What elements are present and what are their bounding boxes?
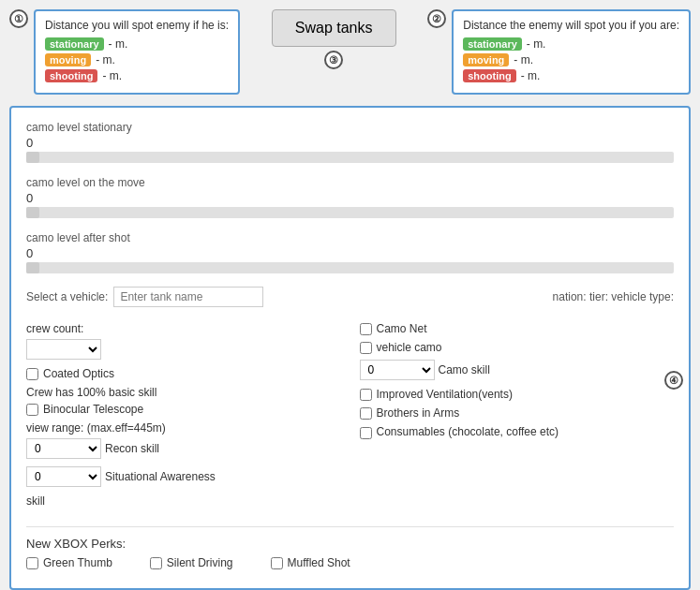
camo-shot-label: camo level after shot [26, 231, 674, 244]
recon-row: 0 Recon skill [26, 438, 332, 459]
swap-button[interactable]: Swap tanks [272, 9, 396, 47]
improved-vent-row: Improved Ventilation(vents) [360, 388, 675, 401]
left-box-title: Distance you will spot enemy if he is: [45, 19, 229, 32]
situational-label: Situational Awareness [105, 470, 216, 483]
binocular-row: Binocular Telescope [26, 403, 332, 416]
vehicle-camo-row: vehicle camo [360, 341, 675, 354]
view-range-label: view range: (max.eff=445m) [26, 421, 332, 435]
green-thumb-checkbox[interactable] [26, 557, 38, 569]
moving-tag-right: moving [463, 53, 509, 66]
stationary-tag-right: stationary [463, 37, 522, 51]
shooting-value-right: - m. [521, 69, 541, 82]
green-thumb-label: Green Thumb [43, 556, 112, 569]
right-box-title: Distance the enemy will spot you if you … [463, 19, 679, 32]
moving-value-right: - m. [514, 53, 533, 66]
green-thumb-row: Green Thumb [26, 556, 112, 569]
silent-driving-label: Silent Driving [167, 556, 233, 569]
silent-driving-checkbox[interactable] [150, 557, 162, 569]
nation-text: nation: tier: vehicle type: [553, 290, 674, 303]
camo-stationary-value: 0 [26, 136, 674, 150]
circle-4-label: ④ [664, 371, 683, 390]
skill-label: skill [26, 494, 332, 508]
vehicle-input[interactable] [113, 287, 263, 307]
equipment-grid: crew count: option1 option2 Coated Optic… [26, 322, 674, 511]
right-moving-row: moving - m. [463, 53, 679, 66]
camo-net-checkbox[interactable] [360, 323, 372, 335]
camo-stationary-section: camo level stationary 0 [26, 121, 674, 163]
silent-driving-row: Silent Driving [150, 556, 233, 569]
camo-stationary-bar [26, 152, 674, 163]
camo-skill-select[interactable]: 0 [360, 360, 435, 380]
swap-area: Swap tanks ③ [246, 9, 422, 69]
main-panel: camo level stationary 0 camo level on th… [9, 106, 691, 590]
binocular-label: Binocular Telescope [43, 403, 143, 416]
coated-optics-label: Coated Optics [43, 367, 114, 380]
muffled-shot-label: Muffled Shot [288, 556, 350, 569]
moving-tag-left: moving [45, 53, 91, 66]
left-shooting-row: shooting - m. [45, 69, 229, 82]
brothers-label: Brothers in Arms [377, 406, 460, 420]
right-shooting-row: shooting - m. [463, 69, 679, 82]
camo-stationary-label: camo level stationary [26, 121, 674, 134]
camo-skill-row: 0 Camo skill [360, 360, 675, 380]
moving-value-left: - m. [96, 53, 115, 66]
binocular-checkbox[interactable] [26, 404, 38, 416]
vehicle-camo-label: vehicle camo [377, 341, 442, 354]
camo-stationary-fill [26, 152, 39, 163]
camo-net-label: Camo Net [377, 322, 427, 335]
muffled-shot-checkbox[interactable] [271, 557, 283, 569]
right-stationary-row: stationary - m. [463, 37, 679, 51]
camo-move-value: 0 [26, 191, 674, 205]
camo-shot-value: 0 [26, 246, 674, 260]
camo-shot-fill [26, 262, 39, 273]
camo-move-fill [26, 207, 39, 218]
vehicle-row-left: Select a vehicle: [26, 287, 263, 307]
vehicle-label: Select a vehicle: [26, 290, 108, 303]
brothers-checkbox[interactable] [360, 407, 372, 420]
muffled-shot-row: Muffled Shot [271, 556, 350, 569]
circle-2-label: ② [427, 9, 446, 28]
vehicle-row: Select a vehicle: nation: tier: vehicle … [26, 287, 674, 307]
vehicle-camo-checkbox[interactable] [360, 342, 372, 354]
camo-net-row: Camo Net [360, 322, 675, 335]
coated-optics-row: Coated Optics [26, 367, 332, 380]
situational-row: 0 Situational Awareness [26, 466, 332, 487]
brothers-row: Brothers in Arms [360, 406, 675, 420]
stationary-value-right: - m. [527, 37, 546, 51]
shooting-tag-left: shooting [45, 69, 97, 82]
consumables-checkbox[interactable] [360, 427, 372, 439]
circle-3-label: ③ [324, 51, 343, 69]
left-column: crew count: option1 option2 Coated Optic… [26, 322, 350, 511]
recon-select[interactable]: 0 [26, 438, 101, 459]
dropdown1-select[interactable]: option1 option2 [26, 339, 101, 360]
left-moving-row: moving - m. [45, 53, 229, 66]
left-stationary-row: stationary - m. [45, 37, 229, 51]
left-distance-box: Distance you will spot enemy if he is: s… [34, 9, 240, 95]
recon-label: Recon skill [105, 442, 159, 455]
right-distance-box: Distance the enemy will spot you if you … [452, 9, 691, 95]
perks-row: Green Thumb Silent Driving Muffled Shot [26, 556, 674, 575]
improved-vent-checkbox[interactable] [360, 389, 372, 401]
perks-title: New XBOX Perks: [26, 537, 674, 551]
consumables-label: Consumables (chocolate, coffee etc) [377, 425, 559, 438]
crew-count-label: crew count: [26, 322, 332, 335]
stationary-tag-left: stationary [45, 37, 104, 51]
camo-shot-bar [26, 262, 674, 273]
consumables-row: Consumables (chocolate, coffee etc) [360, 425, 675, 439]
camo-shot-section: camo level after shot 0 [26, 231, 674, 273]
camo-move-label: camo level on the move [26, 176, 674, 189]
perks-section: New XBOX Perks: Green Thumb Silent Drivi… [26, 526, 674, 575]
shooting-tag-right: shooting [463, 69, 515, 82]
right-column: Camo Net vehicle camo 0 Camo skill [350, 322, 675, 511]
dropdown1-row: option1 option2 [26, 339, 332, 360]
stationary-value-left: - m. [109, 37, 128, 51]
camo-move-section: camo level on the move 0 [26, 176, 674, 218]
equipment-content: crew count: option1 option2 Coated Optic… [26, 315, 674, 575]
camo-move-bar [26, 207, 674, 218]
circle-1-label: ① [9, 9, 28, 28]
equipment-section: crew count: option1 option2 Coated Optic… [26, 315, 674, 575]
coated-optics-checkbox[interactable] [26, 368, 38, 380]
shooting-value-left: - m. [102, 69, 122, 82]
crew-basic-label: Crew has 100% basic skill [26, 386, 332, 399]
situational-select[interactable]: 0 [26, 466, 101, 487]
